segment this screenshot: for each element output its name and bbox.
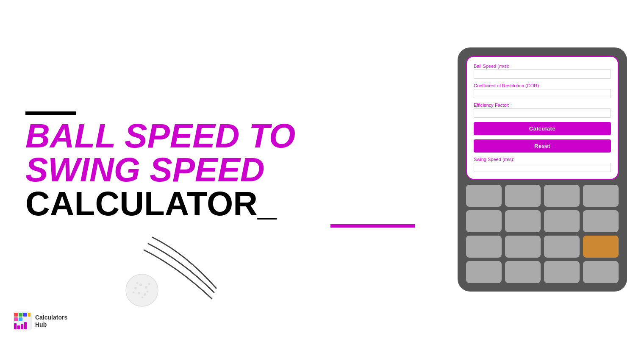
- key-5[interactable]: [466, 210, 502, 232]
- title-line1: BALL SPEED TO: [25, 119, 415, 153]
- svg-point-10: [148, 283, 150, 285]
- svg-point-6: [136, 282, 139, 284]
- svg-point-2: [139, 283, 142, 286]
- key-12-orange[interactable]: [583, 236, 619, 258]
- svg-point-9: [133, 292, 135, 294]
- key-9[interactable]: [466, 236, 502, 258]
- top-bar-decoration: [25, 111, 76, 115]
- svg-rect-18: [14, 323, 17, 329]
- svg-point-0: [126, 274, 158, 306]
- cor-input[interactable]: [474, 89, 611, 98]
- calculator: Ball Speed (m/s): Coefficient of Restitu…: [458, 47, 627, 292]
- key-3[interactable]: [544, 185, 580, 207]
- key-15[interactable]: [544, 261, 580, 283]
- swing-speed-label: Swing Speed (m/s):: [474, 157, 611, 162]
- left-section: BALL SPEED TO SWING SPEED CALCULATOR_: [0, 0, 441, 339]
- cor-group: Coefficient of Restitution (COR):: [474, 83, 611, 98]
- swing-speed-output[interactable]: [474, 163, 611, 172]
- calculators-hub-logo-icon: [13, 311, 32, 331]
- reset-button[interactable]: Reset: [474, 139, 611, 153]
- efficiency-group: Efficiency Factor:: [474, 103, 611, 118]
- svg-point-5: [144, 293, 146, 296]
- ball-speed-input[interactable]: [474, 69, 611, 79]
- svg-rect-19: [17, 325, 20, 329]
- calculator-keypad: [466, 185, 619, 283]
- svg-rect-13: [19, 313, 22, 317]
- golf-illustration: [119, 220, 229, 314]
- svg-rect-17: [19, 317, 22, 321]
- key-1[interactable]: [466, 185, 502, 207]
- svg-rect-14: [23, 313, 27, 317]
- key-2[interactable]: [505, 185, 541, 207]
- right-section: Ball Speed (m/s): Coefficient of Restitu…: [441, 0, 644, 339]
- key-7[interactable]: [544, 210, 580, 232]
- svg-rect-21: [24, 322, 27, 329]
- logo-text: Calculators Hub: [35, 314, 67, 328]
- efficiency-label: Efficiency Factor:: [474, 103, 611, 108]
- key-10[interactable]: [505, 236, 541, 258]
- svg-point-7: [147, 291, 149, 293]
- key-4[interactable]: [583, 185, 619, 207]
- svg-point-3: [145, 286, 147, 289]
- calculator-screen: Ball Speed (m/s): Coefficient of Restitu…: [466, 56, 619, 180]
- svg-point-8: [142, 297, 144, 299]
- efficiency-input[interactable]: [474, 108, 611, 118]
- key-6[interactable]: [505, 210, 541, 232]
- key-8[interactable]: [583, 210, 619, 232]
- ball-speed-group: Ball Speed (m/s):: [474, 64, 611, 79]
- svg-rect-20: [21, 324, 23, 329]
- svg-point-4: [138, 292, 140, 295]
- key-13[interactable]: [466, 261, 502, 283]
- svg-point-1: [134, 287, 137, 289]
- svg-rect-12: [14, 313, 18, 317]
- ball-speed-label: Ball Speed (m/s):: [474, 64, 611, 69]
- cor-label: Coefficient of Restitution (COR):: [474, 83, 611, 88]
- svg-rect-15: [28, 313, 31, 317]
- title-line2: SWING SPEED: [25, 153, 415, 187]
- swing-speed-group: Swing Speed (m/s):: [474, 157, 611, 172]
- key-11[interactable]: [544, 236, 580, 258]
- calculate-button[interactable]: Calculate: [474, 122, 611, 135]
- svg-rect-16: [14, 317, 18, 321]
- key-16[interactable]: [583, 261, 619, 283]
- logo-area: Calculators Hub: [13, 311, 67, 331]
- key-14[interactable]: [505, 261, 541, 283]
